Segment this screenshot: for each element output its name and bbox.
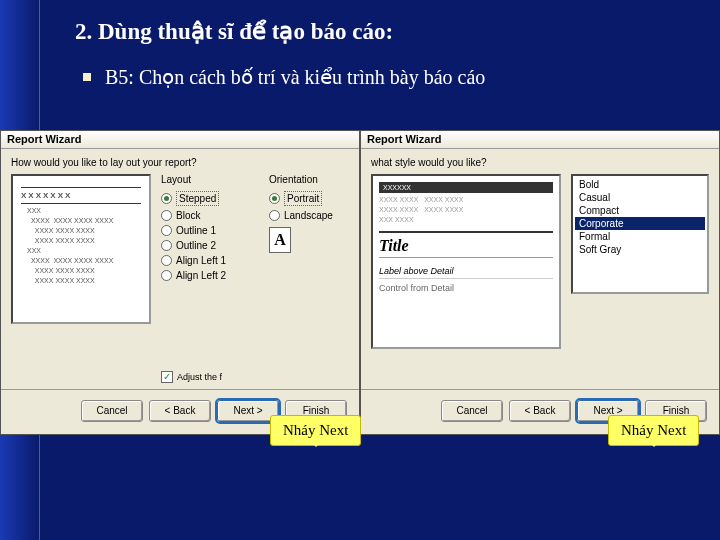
wizard-style: Report Wizard what style would you like?… xyxy=(360,130,720,435)
step-text: B5: Chọn cách bố trí và kiểu trình bày b… xyxy=(105,65,485,89)
radio-landscape[interactable]: Landscape xyxy=(269,208,349,223)
layout-preview: XXXXXXX XXX XXXX XXXX XXXX XXXX XXXX XXX… xyxy=(11,174,151,324)
cancel-button[interactable]: Cancel xyxy=(81,400,143,422)
preview-control: Control from Detail xyxy=(379,283,553,293)
wizard-title: Report Wizard xyxy=(361,131,719,149)
adjust-checkbox-row[interactable]: ✓ Adjust the f xyxy=(161,371,222,383)
style-item-casual[interactable]: Casual xyxy=(575,191,705,204)
preview-title: Title xyxy=(379,231,553,258)
radio-icon xyxy=(269,193,280,204)
layout-group-label: Layout xyxy=(161,174,259,185)
callout-next-left: Nháy Next xyxy=(270,415,361,446)
wizard-layout: Report Wizard How would you like to lay … xyxy=(0,130,360,435)
back-button[interactable]: < Back xyxy=(149,400,211,422)
layout-radio-group: Stepped Block Outline 1 Outline 2 Align … xyxy=(161,189,259,283)
slide-heading: 2. Dùng thuật sĩ để tạo báo cáo: xyxy=(75,18,700,45)
style-item-corporate[interactable]: Corporate xyxy=(575,217,705,230)
callout-next-right: Nháy Next xyxy=(608,415,699,446)
orientation-group-label: Orientation xyxy=(269,174,349,185)
style-item-compact[interactable]: Compact xyxy=(575,204,705,217)
bullet-icon xyxy=(83,73,91,81)
wizard-title: Report Wizard xyxy=(1,131,359,149)
radio-icon xyxy=(269,210,280,221)
radio-outline1[interactable]: Outline 1 xyxy=(161,223,259,238)
style-preview: XXXXXX XXXX XXXX XXXX XXXXXXXX XXXX XXXX… xyxy=(371,174,561,349)
radio-stepped[interactable]: Stepped xyxy=(161,189,259,208)
radio-portrait[interactable]: Portrait xyxy=(269,189,349,208)
radio-alignleft2[interactable]: Align Left 2 xyxy=(161,268,259,283)
style-item-formal[interactable]: Formal xyxy=(575,230,705,243)
layout-question: How would you like to lay out your repor… xyxy=(1,149,359,174)
radio-icon xyxy=(161,210,172,221)
radio-icon xyxy=(161,193,172,204)
radio-alignleft1[interactable]: Align Left 1 xyxy=(161,253,259,268)
back-button[interactable]: < Back xyxy=(509,400,571,422)
radio-outline2[interactable]: Outline 2 xyxy=(161,238,259,253)
style-listbox[interactable]: Bold Casual Compact Corporate Formal Sof… xyxy=(571,174,709,294)
preview-label-above: Label above Detail xyxy=(379,266,553,279)
radio-icon xyxy=(161,225,172,236)
radio-block[interactable]: Block xyxy=(161,208,259,223)
checkbox-icon: ✓ xyxy=(161,371,173,383)
style-item-bold[interactable]: Bold xyxy=(575,178,705,191)
radio-icon xyxy=(161,255,172,266)
radio-icon xyxy=(161,240,172,251)
style-question: what style would you like? xyxy=(361,149,719,174)
style-item-softgray[interactable]: Soft Gray xyxy=(575,243,705,256)
orientation-icon: A xyxy=(269,227,291,253)
radio-icon xyxy=(161,270,172,281)
cancel-button[interactable]: Cancel xyxy=(441,400,503,422)
